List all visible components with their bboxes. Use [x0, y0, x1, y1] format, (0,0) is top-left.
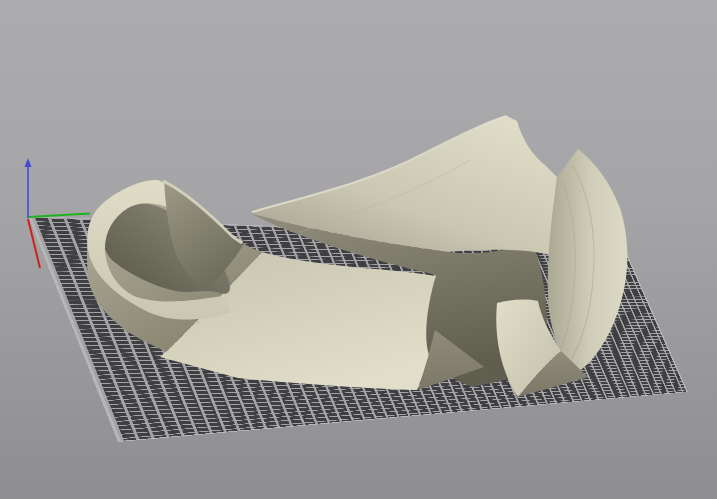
x-axis — [28, 219, 40, 268]
model-saddle-surface — [250, 116, 557, 255]
y-axis — [28, 214, 90, 218]
scene-overlay — [0, 0, 717, 499]
viewport-canvas[interactable] — [0, 0, 717, 499]
z-axis-arrow-icon — [25, 158, 32, 167]
3d-model — [87, 116, 627, 397]
model-fin-surface — [548, 149, 628, 375]
axis-indicator — [25, 158, 91, 268]
